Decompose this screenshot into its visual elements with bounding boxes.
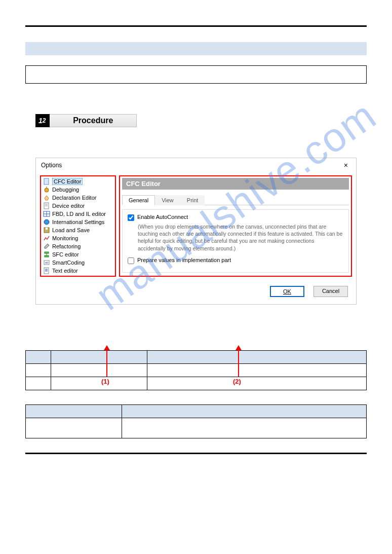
text-icon [43, 267, 50, 274]
dialog-title-text: Options [41, 162, 62, 169]
procedure-heading: 12 Procedure [35, 114, 137, 127]
ok-button[interactable]: OK [270, 286, 304, 297]
tree-item-label: FBD, LD and IL editor [52, 211, 106, 217]
tab-row: GeneralViewPrint [122, 195, 349, 205]
tree-item-label: Load and Save [52, 227, 90, 233]
empty-outline-box [25, 65, 367, 84]
tree-item-label: Declaration Editor [52, 195, 96, 201]
description-table-1 [25, 350, 367, 390]
callout-arrow-1 [106, 346, 107, 377]
grid-icon [43, 210, 50, 217]
tree-item-label: International Settings [52, 219, 104, 225]
smart-icon: ab [43, 259, 50, 266]
blue-heading-bar [25, 42, 367, 55]
enable-autoconnect-row: Enable AutoConnect [128, 214, 343, 221]
sfc-icon [43, 251, 50, 258]
callout-label-1: (1) [101, 378, 109, 385]
tree-item-label: Device editor [52, 203, 85, 209]
tree-item-load-and-save[interactable]: Load and Save [42, 226, 114, 234]
tree-item-device-editor[interactable]: Device editor [42, 202, 114, 210]
top-rule [25, 25, 367, 27]
svg-point-1 [45, 188, 49, 192]
step-num-major: 1 [38, 117, 43, 125]
tree-item-debugging[interactable]: Debugging [42, 186, 114, 194]
tab-general-content: Enable AutoConnect (When you drop elemen… [122, 209, 349, 273]
tree-item-label: Text editor [52, 268, 78, 274]
bug-icon [43, 186, 50, 193]
dialog-footer: OK Cancel [36, 281, 356, 304]
step-num-minor: 2 [43, 117, 46, 124]
procedure-step-number: 12 [35, 114, 50, 127]
tree-item-label: Monitoring [52, 235, 78, 241]
tree-item-smartcoding[interactable]: abSmartCoding [42, 258, 114, 267]
prepare-values-label: Prepare values in implementation part [137, 257, 231, 264]
tree-item-label: SFC editor [52, 251, 79, 257]
svg-rect-17 [44, 268, 49, 274]
chart-icon [43, 235, 50, 242]
svg-point-9 [44, 219, 49, 225]
doc-icon [43, 202, 50, 209]
tree-item-refactoring[interactable]: Refactoring [42, 242, 114, 250]
procedure-label: Procedure [50, 114, 137, 127]
tree-item-text-editor[interactable]: Text editor [42, 267, 114, 275]
tab-print[interactable]: Print [180, 195, 205, 205]
tree-item-label: SmartCoding [52, 260, 85, 266]
enable-autoconnect-checkbox[interactable] [128, 214, 134, 221]
tree-item-international-settings[interactable]: International Settings [42, 218, 114, 226]
svg-text:ab: ab [45, 261, 49, 264]
tab-general[interactable]: General [122, 195, 155, 205]
tree-item-fbd-ld-and-il-editor[interactable]: FBD, LD and IL editor [42, 210, 114, 218]
tree-item-sfc-editor[interactable]: SFC editor [42, 250, 114, 258]
options-dialog: Options × CFC EditorDebuggingDeclaration… [35, 158, 357, 305]
cancel-button[interactable]: Cancel [313, 286, 348, 297]
disk-icon [43, 227, 50, 234]
tree-item-declaration-editor[interactable]: Declaration Editor [42, 194, 114, 202]
settings-panel: CFC Editor GeneralViewPrint Enable AutoC… [119, 175, 352, 277]
tree-item-monitoring[interactable]: Monitoring [42, 234, 114, 242]
prepare-values-checkbox[interactable] [128, 257, 134, 264]
doc-blue-icon [43, 178, 50, 185]
callout-arrow-2 [238, 346, 239, 377]
prepare-values-row: Prepare values in implementation part [128, 257, 343, 264]
enable-autoconnect-label: Enable AutoConnect [137, 214, 188, 221]
panel-title: CFC Editor [122, 178, 349, 190]
tree-item-cfc-editor[interactable]: CFC Editor [42, 177, 114, 186]
ok-button-label: OK [283, 288, 291, 294]
globe-icon [43, 218, 50, 226]
wrench-icon [43, 243, 50, 250]
hand-icon [43, 194, 50, 201]
tree-item-label: Debugging [52, 187, 79, 193]
dialog-titlebar: Options × [36, 158, 356, 172]
tree-item-label: Refactoring [52, 243, 81, 249]
svg-rect-0 [44, 178, 49, 184]
callout-label-2: (2) [233, 378, 241, 385]
tree-item-label: CFC Editor [52, 178, 83, 185]
enable-autoconnect-hint: (When you drop elements somewhere on the… [138, 223, 343, 252]
close-icon[interactable]: × [341, 161, 351, 169]
svg-rect-11 [46, 228, 48, 230]
tab-view[interactable]: View [155, 195, 180, 205]
category-tree[interactable]: CFC EditorDebuggingDeclaration EditorDev… [40, 175, 116, 277]
svg-rect-12 [45, 252, 49, 253]
bottom-rule [25, 453, 367, 454]
svg-rect-13 [45, 255, 49, 257]
description-table-2 [25, 404, 367, 438]
